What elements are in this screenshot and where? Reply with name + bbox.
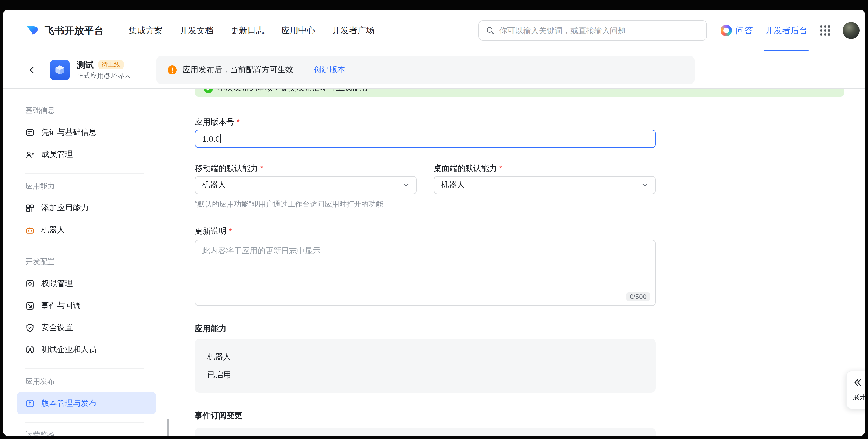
sidebar-item-test-org[interactable]: 测试企业和人员 [17,339,156,361]
desktop-capability-label-text: 桌面端的默认能力 [434,164,497,173]
back-button[interactable] [27,64,38,75]
mobile-capability-select[interactable]: 机器人 [195,176,417,194]
app-header: 测试 待上线 正式应用@环界云 应用发布后，当前配置方可生效 创建版本 [3,52,865,89]
nav-item-docs[interactable]: 开发文档 [180,25,214,36]
sidebar-item-label: 安全设置 [41,323,73,333]
sidebar-item-label: 凭证与基础信息 [41,127,97,137]
text-caret [220,134,221,143]
search-input[interactable] [499,26,700,35]
console-link[interactable]: 开发者后台 [765,9,808,52]
sidebar-section-release: 应用发布 [3,376,172,386]
capability-status: 已启用 [207,369,643,380]
nav-item-changelog[interactable]: 更新日志 [230,25,264,36]
success-check-icon [204,89,213,93]
search-box[interactable] [478,20,707,41]
desktop-capability-select[interactable]: 机器人 [434,176,656,194]
app-name: 测试 [77,60,94,69]
required-asterisk: * [260,164,264,173]
expand-label: 展开 [853,392,865,402]
sidebar-item-security[interactable]: 安全设置 [17,316,156,339]
console-link-label: 开发者后台 [765,25,808,36]
sidebar-divider [25,422,144,423]
browser-window: 飞书开放平台 集成方案 开发文档 更新日志 应用中心 开发者广场 问答 [3,9,865,436]
char-counter: 0/500 [626,292,650,301]
publish-alert-banner: 应用发布后，当前配置方可生效 创建版本 [156,56,694,84]
id-card-icon [25,128,34,137]
search-icon [486,26,495,35]
mobile-capability-label: 移动端的默认能力* [195,163,417,174]
active-tab-underline [764,49,809,52]
notes-textarea[interactable] [195,240,656,306]
mobile-capability-field: 移动端的默认能力* 机器人 [195,163,417,194]
success-banner: 本次发布免审核，提交发布后即可上线使用 [195,89,844,97]
expand-panel-button[interactable]: 展开 [846,371,865,409]
nav-item-dev-plaza[interactable]: 开发者广场 [332,25,374,36]
version-input-value: 1.0.0 [202,134,220,143]
required-asterisk: * [237,117,240,126]
primary-nav: 集成方案 开发文档 更新日志 应用中心 开发者广场 [129,25,374,36]
status-badge: 待上线 [98,60,124,69]
version-label: 应用版本号* [195,116,656,128]
capability-section-title: 应用能力 [195,323,656,334]
event-callback-icon [25,301,34,310]
version-input[interactable]: 1.0.0 [195,130,656,148]
avatar[interactable] [843,22,860,39]
version-label-text: 应用版本号 [195,117,235,126]
notes-textarea-wrap: 0/500 [195,240,656,306]
desktop-capability-value: 机器人 [441,180,465,190]
events-summary-box [195,428,656,436]
app-cube-icon [50,60,70,80]
chevron-down-icon [403,182,409,189]
sidebar-divider [25,368,144,369]
feishu-logo[interactable]: 飞书开放平台 [25,23,104,38]
sidebar-item-label: 成员管理 [41,149,73,159]
chevron-down-icon [642,182,648,189]
default-capability-hint: “默认的应用功能”即用户通过工作台访问应用时打开的功能 [195,199,656,209]
alert-text: 应用发布后，当前配置方可生效 [182,65,293,75]
nav-item-integrations[interactable]: 集成方案 [129,25,163,36]
qa-link[interactable]: 问答 [736,25,753,36]
sidebar-item-label: 权限管理 [41,278,73,289]
main-content: 本次发布免审核，提交发布后即可上线使用 应用版本号* 1.0.0 移动端的默认能… [172,89,865,436]
capability-name: 机器人 [207,351,643,362]
sidebar-item-events-callback[interactable]: 事件与回调 [17,295,156,316]
app-title-block: 测试 待上线 正式应用@环界云 [77,60,131,79]
publish-icon [25,399,34,408]
sidebar-item-permissions[interactable]: 权限管理 [17,273,156,295]
members-icon [25,150,34,159]
top-navbar: 飞书开放平台 集成方案 开发文档 更新日志 应用中心 开发者广场 问答 [3,9,865,52]
app-subtitle: 正式应用@环界云 [77,72,131,79]
test-people-icon [25,345,34,354]
apps-grid-icon[interactable] [820,25,830,36]
sidebar-item-credentials[interactable]: 凭证与基础信息 [17,121,156,143]
mobile-capability-label-text: 移动端的默认能力 [195,164,258,173]
events-section-title: 事件订阅变更 [195,410,656,421]
sidebar-item-bot[interactable]: 机器人 [17,219,156,241]
sidebar-divider [25,173,144,174]
sidebar-item-label: 机器人 [41,225,65,235]
robot-icon [25,226,34,234]
sidebar-divider [25,249,144,249]
screen: 飞书开放平台 集成方案 开发文档 更新日志 应用中心 开发者广场 问答 [0,0,868,439]
create-version-link[interactable]: 创建版本 [313,65,345,75]
sidebar-item-add-capability[interactable]: 添加应用能力 [17,197,156,219]
mobile-capability-value: 机器人 [202,180,226,190]
sidebar-section-capabilities: 应用能力 [3,181,172,191]
nav-item-app-center[interactable]: 应用中心 [281,25,315,36]
sidebar-section-monitoring: 运营监控 [3,430,172,436]
sidebar-item-label: 添加应用能力 [41,203,89,213]
sidebar-item-version-release[interactable]: 版本管理与发布 [17,392,156,414]
sidebar-item-members[interactable]: 成员管理 [17,143,156,165]
sidebar-scrollbar[interactable] [166,419,169,436]
required-asterisk: * [229,226,232,235]
navbar-right-cluster: 问答 开发者后台 [721,9,860,52]
logo-text: 飞书开放平台 [44,24,104,37]
notes-label-text: 更新说明 [195,226,226,235]
required-asterisk: * [499,164,502,173]
desktop-capability-label: 桌面端的默认能力* [434,163,656,174]
success-banner-text: 本次发布免审核，提交发布后即可上线使用 [217,89,368,93]
double-chevron-left-icon [853,378,865,387]
sidebar-item-label: 事件与回调 [41,301,81,311]
grid-plus-icon [25,203,34,212]
notes-label: 更新说明* [195,225,656,236]
